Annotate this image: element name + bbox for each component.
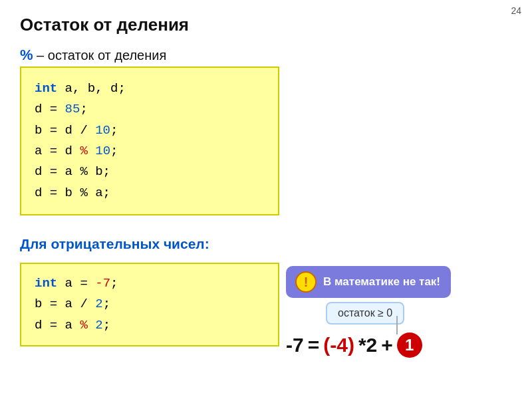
for-negative-label: Для отрицательных чисел: (20, 236, 209, 252)
math-expression: -7 = (-4)*2 + 1 (286, 332, 422, 358)
code-text-3: b = d / (35, 123, 95, 138)
code2-text-2b: ; (103, 297, 110, 311)
code-line-3: b = d / 10; (35, 120, 265, 141)
percent-symbol: % (20, 47, 33, 63)
code-text-6: d = b % a; (35, 186, 110, 200)
code-text-4c: ; (110, 144, 118, 158)
percent-op-2: % (80, 318, 87, 332)
code2-text-3c: ; (103, 318, 110, 332)
num-2b: 2 (95, 318, 102, 332)
keyword-int-2: int (35, 276, 57, 291)
num-85: 85 (65, 102, 80, 116)
code2-line-1: int a = -7; (35, 273, 265, 294)
exclaim-icon: ! (295, 271, 317, 293)
code-text-5: d = a % b; (35, 164, 110, 179)
code-text-3b: ; (110, 123, 118, 138)
code2-text-1b: ; (110, 276, 118, 291)
arrow-line (396, 316, 398, 334)
code-text-2b: ; (80, 102, 87, 116)
subtitle-text: – остаток от деления (33, 48, 167, 63)
exclaim-text: В математике не так! (323, 275, 440, 289)
code-line-5: d = a % b; (35, 162, 265, 182)
subtitle: % – остаток от деления (20, 47, 166, 64)
code2-text-3b (88, 318, 95, 332)
code-line-2: d = 85; (35, 99, 265, 120)
page-title: Остаток от деления (20, 15, 189, 35)
code2-text-2: b = a / (35, 297, 95, 311)
code-line-6: d = b % a; (35, 183, 265, 203)
num-2a: 2 (95, 297, 102, 311)
code-line-4: a = d % 10; (35, 141, 265, 162)
remainder-bubble: остаток ≥ 0 (326, 302, 404, 325)
math-eq: = (308, 334, 320, 356)
neg-7: -7 (95, 276, 110, 291)
exclaim-bubble: ! В математике не так! (286, 266, 451, 298)
code-block-1: int a, b, d; d = 85; b = d / 10; a = d %… (20, 66, 279, 215)
math-left: -7 (286, 334, 304, 356)
code2-line-3: d = a % 2; (35, 315, 265, 336)
page-number: 24 (511, 5, 521, 16)
keyword-int-1: int (35, 81, 57, 96)
math-circle-one: 1 (397, 332, 422, 358)
num-10b: 10 (95, 144, 110, 158)
math-neg4: (-4) (323, 334, 354, 356)
num-10a: 10 (95, 123, 110, 138)
code2-line-2: b = a / 2; (35, 294, 265, 315)
code-line-1: int a, b, d; (35, 78, 265, 99)
code-text-2: d = (35, 102, 65, 116)
code-text-4b (88, 144, 95, 158)
code-text-4: a = d (35, 144, 80, 158)
percent-op-1: % (80, 144, 87, 158)
math-times: *2 (358, 334, 377, 356)
code-text-1: a, b, d; (57, 81, 126, 96)
code-block-2: int a = -7; b = a / 2; d = a % 2; (20, 263, 279, 346)
math-plus: + (381, 334, 393, 356)
code2-text-3: d = a (35, 318, 80, 332)
code2-text-1: a = (57, 276, 95, 291)
